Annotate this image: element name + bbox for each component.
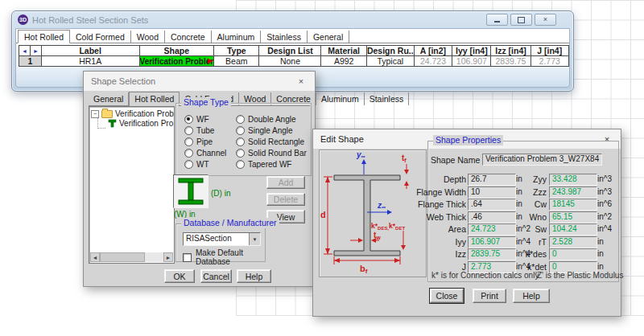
ok-button[interactable]: OK	[164, 269, 195, 283]
tab-ss-general[interactable]: General	[89, 92, 129, 105]
rt-field[interactable]: 2.528	[549, 236, 597, 248]
help-dialog-button[interactable]: Help	[513, 289, 550, 303]
scroll-right-icon[interactable]: ►	[163, 252, 173, 262]
col-header-a[interactable]: A [in2]	[414, 46, 452, 56]
radio-solid-round-bar[interactable]: Solid Round Bar	[236, 149, 307, 158]
cell-shape[interactable]: Verification Probler ▶	[139, 56, 214, 67]
radio-single-angle-label: Single Angle	[248, 126, 293, 135]
print-button[interactable]: Print	[473, 289, 506, 303]
section-sets-table: ◄ ► Label Shape Type Design List Materia…	[19, 45, 569, 67]
radio-channel[interactable]: Channel	[184, 149, 226, 158]
area-field[interactable]: 24.723	[468, 223, 516, 236]
radio-wt[interactable]: WT	[184, 160, 209, 169]
scroll-thumb[interactable]	[100, 252, 145, 262]
scroll-left-icon[interactable]: ◄	[90, 252, 100, 262]
row-number-cell[interactable]: 1	[19, 56, 42, 67]
cell-label[interactable]: HR1A	[41, 56, 139, 67]
col-header-label[interactable]: Label	[41, 46, 139, 56]
cw-field[interactable]: 18145	[549, 199, 597, 211]
radio-tapered-wf[interactable]: Tapered WF	[236, 160, 291, 169]
radio-tube[interactable]: Tube	[184, 126, 214, 135]
kdes-field[interactable]: 0	[549, 248, 597, 260]
tab-stainless[interactable]: Stainless	[261, 31, 308, 43]
izz-field[interactable]: 2839.75	[468, 248, 516, 260]
sw-field[interactable]: 104.24	[549, 223, 597, 236]
tab-general[interactable]: General	[308, 31, 349, 43]
kdet-unit: in	[597, 262, 604, 271]
radio-wf[interactable]: WF	[184, 115, 209, 124]
minimize-button[interactable]	[486, 14, 508, 26]
maximize-button[interactable]	[510, 14, 532, 26]
tab-ss-stainless[interactable]: Stainless	[365, 92, 410, 105]
radio-single-angle[interactable]: Single Angle	[236, 126, 293, 135]
tree-child-label: Verification Pro	[119, 119, 173, 128]
radio-pipe-label: Pipe	[196, 137, 213, 146]
make-default-label: Make Default Database	[196, 248, 265, 266]
tab-hot-rolled[interactable]: Hot Rolled	[18, 30, 70, 43]
tree-horizontal-scrollbar[interactable]: ◄ ►	[90, 252, 173, 262]
section-set-tabs: Hot Rolled Cold Formed Wood Concrete Alu…	[16, 29, 569, 43]
tab-wood[interactable]: Wood	[131, 31, 165, 43]
close-dialog-button[interactable]: Close	[430, 289, 464, 303]
shape-expand-icon[interactable]: ▶	[208, 57, 213, 65]
col-header-j[interactable]: J [in4]	[530, 46, 569, 56]
tab-aluminum[interactable]: Aluminum	[212, 31, 262, 43]
radio-solid-round-bar-label: Solid Round Bar	[248, 149, 307, 158]
checkbox-icon[interactable]	[183, 253, 192, 262]
help-button[interactable]: Help	[237, 269, 271, 283]
iyy-field[interactable]: 106.907	[468, 236, 516, 248]
tree-collapse-icon[interactable]: −	[91, 110, 99, 118]
record-next-icon[interactable]: ►	[31, 46, 41, 55]
cell-type[interactable]: Beam	[214, 56, 259, 67]
radio-wt-label: WT	[196, 160, 209, 169]
tab-concrete[interactable]: Concrete	[165, 31, 212, 43]
tab-ss-hot-rolled[interactable]: Hot Rolled	[129, 92, 180, 106]
sw-unit: in^4	[597, 224, 612, 233]
wno-unit: in^2	[597, 212, 612, 221]
shape-tee-icon	[108, 119, 117, 128]
shape-selection-close-icon[interactable]: ×	[295, 75, 308, 88]
zyy-field[interactable]: 33.428	[549, 174, 597, 186]
tab-ss-aluminum[interactable]: Aluminum	[316, 92, 365, 105]
cancel-button[interactable]: Cancel	[200, 269, 232, 283]
col-header-iyy[interactable]: Iyy [in4]	[452, 46, 491, 56]
sw-label: Sw	[516, 224, 547, 234]
col-header-type[interactable]: Type	[214, 46, 259, 56]
radio-channel-icon	[184, 149, 193, 158]
tree-item-child[interactable]: Verification Pro	[94, 118, 174, 129]
close-button[interactable]: ×	[535, 14, 556, 26]
shape-name-field[interactable]: Verification Problem 3_W27X84	[482, 154, 602, 166]
chevron-down-icon[interactable]: ▼	[249, 233, 260, 245]
col-header-izz[interactable]: Izz [in4]	[491, 46, 530, 56]
record-prev-icon[interactable]: ◄	[19, 46, 31, 55]
kdes-label: k*des	[516, 249, 547, 259]
flange-width-field[interactable]: 10	[468, 186, 516, 199]
col-header-shape[interactable]: Shape	[139, 46, 214, 56]
depth-field[interactable]: 26.7	[468, 174, 516, 186]
cell-design-list[interactable]: None	[259, 56, 321, 67]
flange-thick-field[interactable]: .64	[468, 199, 516, 211]
radio-pipe[interactable]: Pipe	[184, 137, 213, 146]
col-header-design-rule[interactable]: Design Ru..	[366, 46, 414, 56]
web-thick-field[interactable]: .46	[468, 211, 516, 223]
tab-cold-formed[interactable]: Cold Formed	[70, 31, 131, 43]
svg-text:y∞: y∞	[356, 150, 365, 159]
wno-field[interactable]: 65.15	[549, 211, 597, 223]
shape-selection-titlebar[interactable]: Shape Selection ×	[84, 72, 315, 91]
delete-button[interactable]: Delete	[266, 193, 305, 206]
add-button[interactable]: Add	[266, 176, 305, 189]
make-default-checkbox-row[interactable]: Make Default Database	[183, 248, 265, 266]
database-dropdown[interactable]: RISASection ▼	[183, 232, 261, 246]
main-titlebar[interactable]: 3D Hot Rolled Steel Section Sets ×	[12, 11, 573, 28]
tree-item-root[interactable]: − Verification Probler	[91, 109, 174, 118]
cell-design-rule[interactable]: Typical	[366, 56, 414, 67]
col-header-design-list[interactable]: Design List	[259, 46, 321, 56]
col-header-material[interactable]: Material	[321, 46, 366, 56]
radio-double-angle[interactable]: Double Angle	[236, 115, 296, 124]
radio-solid-rectangle[interactable]: Solid Rectangle	[236, 137, 304, 146]
iyy-label: Iyy	[416, 237, 466, 247]
cell-material[interactable]: A992	[321, 56, 366, 67]
beam-preview-icon	[175, 176, 207, 207]
zzz-field[interactable]: 243.987	[549, 186, 597, 199]
radio-single-angle-icon	[236, 126, 245, 135]
